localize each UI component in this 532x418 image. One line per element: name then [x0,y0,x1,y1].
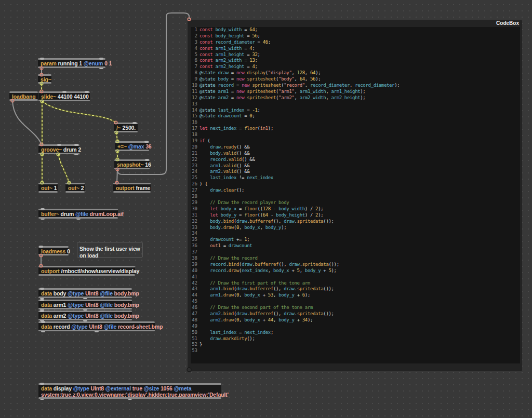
inlet-nub[interactable] [40,299,44,301]
code-token [200,268,210,273]
line-number: 1 [191,27,197,33]
code-token: last_index [210,175,236,180]
outlet-nub[interactable] [40,398,44,400]
box-comment-userview[interactable]: Show the first user view on load [77,242,143,258]
line-number: 22 [191,157,197,163]
box-out-2[interactable]: out~ 2 [65,183,85,193]
code-token: new [242,83,249,88]
box-snapshot[interactable]: snapshot~ 16 [114,159,150,169]
code-token: bufferref [249,219,273,224]
code-token: valid [229,157,242,162]
inlet-nub[interactable] [41,321,45,323]
code-line: 48 arm2.draw(0, body_x + 44, body_y + 34… [191,317,520,323]
box-outport-show-userview[interactable]: outport /rnboctl/show/userview/display [38,266,135,276]
line-number: 13 [191,101,197,107]
inlet-nub[interactable] [74,144,78,146]
code-token: const [200,58,212,63]
object-text: @file [103,323,116,330]
code-token: ; [255,64,257,69]
box-data-display[interactable]: data display @type UInt8 @external true … [38,383,221,399]
box-loadmess[interactable]: loadmess 0 [38,246,69,255]
box-data-arm1[interactable]: data arm1 @type UInt8 @file body.bmp [38,300,132,309]
inlet-nub[interactable] [145,159,149,161]
inlet-nub[interactable] [85,91,89,93]
outlet-nub[interactable] [83,297,87,299]
box-outport-frame[interactable]: outport frame [113,183,151,193]
outlet-nub[interactable] [128,398,132,400]
inlet-nub[interactable] [99,58,103,60]
code-token: record [210,157,225,162]
code-token: , [239,225,244,230]
code-line: 8@state draw = new display("display", 12… [191,70,520,76]
box-div-2500[interactable]: /~ 2500. [114,123,138,132]
code-token: body [210,151,220,156]
inlet-nub[interactable] [57,144,61,146]
code-token: ); [315,76,321,82]
object-name: param [41,60,57,66]
code-token: body_height [215,33,244,38]
code-token: 128 [297,70,305,75]
outlet-nub[interactable] [74,153,78,155]
line-number: 51 [191,336,197,342]
box-groove-drum[interactable]: groove~ drum 2 [38,144,79,154]
line-number: 12 [191,95,197,101]
code-token: out1 [210,243,220,248]
codebox-code[interactable]: 1const body_width = 64;2const body_heigh… [191,27,520,363]
box-data-arm2[interactable]: data arm2 @type UInt8 @file body.bmp [38,311,132,320]
code-token: = [244,107,252,113]
outlet-nub[interactable] [41,330,45,332]
box-data-body[interactable]: data body @type UInt8 @file body.bmp [38,288,132,298]
code-token: arm1 [210,292,220,298]
inlet-nub[interactable] [40,58,44,60]
code-line: 14@state last_index = -1; [191,107,520,114]
box-buffer-drum[interactable]: buffer~ drum @file drumLoop.aif [38,209,118,219]
codebox[interactable]: CodeBox 1const body_width = 64;2const bo… [188,20,522,371]
code-token: arm2 [210,311,220,316]
code-token: "arm2" [278,95,294,100]
code-token: draw [210,144,220,150]
object-text: @type [71,323,87,330]
inlet-nub[interactable] [40,383,44,385]
code-token: (), [273,286,284,291]
box-out-1[interactable]: out~ 1 [38,183,58,193]
inlet-nub[interactable] [41,208,45,210]
code-token [200,262,210,267]
code-token: (( [258,212,263,218]
inlet-nub[interactable] [144,141,149,143]
outlet-nub[interactable] [83,308,87,311]
inlet-nub[interactable] [62,91,66,93]
outlet-nub[interactable] [41,218,45,220]
code-token: let [210,206,218,211]
outlet-nub[interactable] [83,319,87,321]
code-token [200,225,210,230]
code-token: body_width [215,27,242,32]
box-slide[interactable]: slide~ 44100 44100 [38,91,90,101]
code-token: ; [247,237,249,242]
box-loadbang[interactable]: loadbang [9,91,38,101]
inlet-nub[interactable] [132,122,137,124]
code-token [200,175,210,180]
box-sig[interactable]: sig~ [38,74,51,84]
outlet-nub[interactable] [95,330,99,332]
object-text: 0 [65,248,70,254]
code-token: = [242,58,249,63]
outlet-nub[interactable] [76,218,81,220]
box-accum-max[interactable]: +=~ @max 36 [115,141,149,151]
code-token: bufferref [255,262,279,267]
inlet-nub[interactable] [40,310,44,312]
code-token: // Draw the record player body [200,200,289,205]
box-data-record[interactable]: data record @type UInt8 @file record-she… [38,321,155,331]
code-token: draw [218,70,229,75]
box-param-running[interactable]: param running 1 @enum 0 1 [38,58,105,68]
codebox-title: CodeBox [188,20,522,27]
inlet-nub[interactable] [40,288,44,290]
code-line: 18 [191,132,520,138]
inlet-nub[interactable] [39,246,43,248]
code-line: 35 drawcount += 1; [191,237,520,243]
outlet-nub[interactable] [99,67,103,69]
code-token: ; [258,52,260,57]
code-token: = [229,70,236,75]
code-token: draw [236,286,247,291]
code-token: drawcount [218,113,242,118]
object-text: arm2 [52,313,68,319]
